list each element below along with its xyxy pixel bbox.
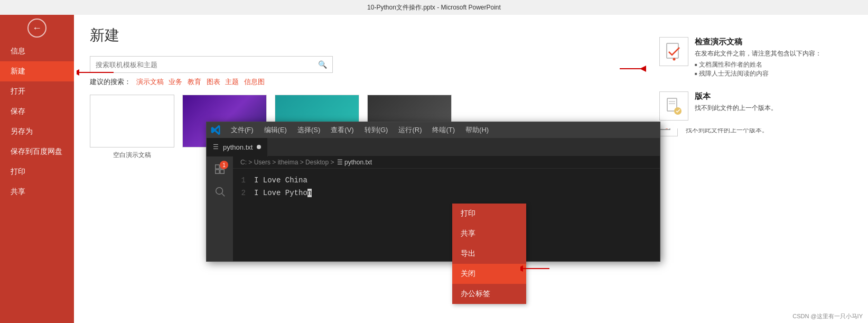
svg-rect-8	[216, 165, 219, 169]
explorer-badge: 1	[220, 161, 228, 169]
suggestion-presentation[interactable]: 演示文稿	[136, 78, 164, 86]
back-button[interactable]: ←	[27, 19, 46, 38]
context-menu-export[interactable]: 导出	[452, 244, 526, 264]
sidebar-item-info[interactable]: 信息	[0, 41, 74, 61]
right-panel-overlay: 检查演示文稿 在发布此文件之前，请注意其包含以下内容： ■ 文档属性和作者的姓名…	[651, 29, 857, 128]
line-content-1: I Love China	[254, 176, 307, 184]
menu-edit[interactable]: 编辑(E)	[260, 124, 291, 136]
vscode-menubar: 文件(F) 编辑(E) 选择(S) 查看(V) 转到(G) 运行(R) 终端(T…	[207, 122, 660, 138]
code-line-2: 2 I Love Python	[233, 187, 660, 199]
code-editor[interactable]: 1 I Love China 2 I Love Python	[233, 169, 660, 205]
line-number-2: 2	[233, 189, 254, 197]
vscode-logo	[211, 125, 221, 135]
activity-bar: 1	[207, 156, 233, 261]
sidebar-item-saveas[interactable]: 另存为	[0, 122, 74, 142]
menu-run[interactable]: 运行(R)	[394, 124, 426, 136]
template-search-bar: 🔍	[90, 56, 333, 73]
line-1-text: I Love China	[254, 176, 307, 184]
check-bullet-overlay-1: ■ 文档属性和作者的姓名	[695, 60, 822, 69]
context-menu-share[interactable]: 共享	[452, 224, 526, 244]
svg-rect-11	[220, 170, 224, 173]
sidebar-item-save[interactable]: 保存	[0, 101, 74, 122]
code-line-1: 1 I Love China	[233, 174, 660, 187]
text-cursor: n	[307, 189, 312, 197]
menu-goto[interactable]: 转到(G)	[360, 124, 393, 136]
ppt-sidebar: ← 信息 新建 打开 保存 另存为 保存到百度网盘 打印 共享	[0, 15, 74, 323]
search-icon: 🔍	[318, 60, 327, 69]
check-desc-overlay: 在发布此文件之前，请注意其包含以下内容：	[695, 49, 822, 58]
version-icon-box	[659, 91, 688, 121]
menu-select[interactable]: 选择(S)	[293, 124, 324, 136]
window-title: 10-Python文件操作.pptx - Microsoft PowerPoin…	[367, 3, 501, 12]
context-menu-close[interactable]: 关闭	[452, 264, 526, 284]
version-text-block: 版本 找不到此文件的上一个版本。	[695, 91, 777, 121]
arrow-annotation-rightpanel	[617, 63, 649, 76]
breadcrumb-bar: C: > Users > itheima > Desktop > ☰ pytho…	[233, 156, 660, 169]
suggestion-chart[interactable]: 图表	[207, 78, 220, 86]
sidebar-top: ←	[0, 15, 74, 41]
explorer-icon[interactable]: 1	[211, 161, 228, 178]
sidebar-item-share[interactable]: 共享	[0, 182, 74, 202]
breadcrumb-file: ☰ python.txt	[337, 159, 372, 166]
menu-help[interactable]: 帮助(H)	[461, 124, 493, 136]
sidebar-item-new[interactable]: 新建	[0, 61, 74, 81]
menu-terminal[interactable]: 终端(T)	[428, 124, 459, 136]
sidebar-item-open[interactable]: 打开	[0, 81, 74, 101]
editor-area: C: > Users > itheima > Desktop > ☰ pytho…	[233, 156, 660, 261]
tab-filename: python.txt	[223, 143, 253, 151]
context-menu: 打印 共享 导出 关闭 办公标签	[452, 204, 526, 304]
check-section-overlay: 检查演示文稿 在发布此文件之前，请注意其包含以下内容： ■ 文档属性和作者的姓名…	[659, 37, 850, 78]
tab-modified-dot	[257, 145, 261, 149]
check-icon-box	[659, 37, 688, 66]
vscode-tabbar: ☰ python.txt	[207, 138, 660, 156]
sidebar-item-savecloud[interactable]: 保存到百度网盘	[0, 142, 74, 162]
blank-template-thumb	[90, 95, 174, 147]
version-section-overlay: 版本 找不到此文件的上一个版本。	[659, 91, 850, 121]
version-title-overlay: 版本	[695, 91, 777, 101]
template-blank[interactable]: 空白演示文稿	[90, 95, 174, 160]
line-2-prefix: I Love Pytho	[254, 189, 307, 197]
vscode-tab-python[interactable]: ☰ python.txt	[207, 138, 268, 156]
watermark: CSDN @这里有一只小马IY	[792, 312, 863, 320]
line-content-2: I Love Python	[254, 189, 312, 197]
template-blank-label: 空白演示文稿	[113, 151, 151, 160]
suggestion-business[interactable]: 业务	[169, 78, 182, 86]
search-icon-vscode[interactable]	[211, 183, 228, 200]
suggestion-theme[interactable]: 主题	[225, 78, 239, 86]
svg-rect-10	[216, 170, 219, 173]
arrow-annotation-new	[77, 64, 119, 82]
sidebar-item-print[interactable]: 打印	[0, 162, 74, 182]
svg-point-12	[216, 188, 223, 195]
menu-file[interactable]: 文件(F)	[227, 124, 258, 136]
vscode-body: 1 C: > Users > itheima > Desktop >	[207, 156, 660, 261]
check-bullet-overlay-2: ■ 残障人士无法阅读的内容	[695, 69, 822, 78]
breadcrumb-path: C: > Users > itheima > Desktop > ☰ pytho…	[240, 159, 373, 166]
svg-line-13	[222, 193, 225, 196]
title-bar: 10-Python文件操作.pptx - Microsoft PowerPoin…	[0, 0, 868, 15]
context-menu-officetag[interactable]: 办公标签	[452, 284, 526, 304]
menu-view[interactable]: 查看(V)	[326, 124, 358, 136]
vscode-window: 文件(F) 编辑(E) 选择(S) 查看(V) 转到(G) 运行(R) 终端(T…	[206, 122, 660, 262]
suggestion-education[interactable]: 教育	[188, 78, 201, 86]
search-input[interactable]	[96, 61, 318, 69]
context-menu-print[interactable]: 打印	[452, 204, 526, 224]
arrow-annotation-close	[520, 263, 552, 276]
version-desc-overlay: 找不到此文件的上一个版本。	[695, 104, 777, 113]
check-title-overlay: 检查演示文稿	[695, 37, 822, 47]
svg-point-17	[673, 58, 675, 60]
suggestion-infographic[interactable]: 信息图	[244, 78, 265, 86]
check-text-block: 检查演示文稿 在发布此文件之前，请注意其包含以下内容： ■ 文档属性和作者的姓名…	[695, 37, 822, 78]
line-number-1: 1	[233, 176, 254, 184]
